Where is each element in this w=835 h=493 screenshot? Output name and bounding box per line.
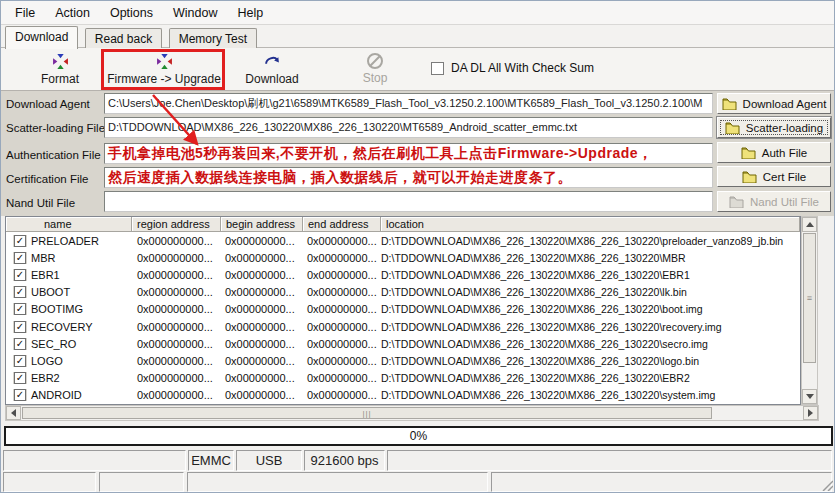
table-row[interactable]: EBR1 0x000000000... 0x00000000... 0x0000…: [6, 266, 800, 283]
tab-memory-test[interactable]: Memory Test: [169, 28, 257, 48]
file-fields-panel: Download Agent Scatter-loading File Auth…: [1, 91, 834, 216]
partition-name: RECOVERY: [31, 321, 93, 333]
download-label: Download: [245, 72, 298, 86]
row-checkbox[interactable]: [14, 252, 26, 264]
cert-file-browse-button[interactable]: Cert File: [717, 166, 831, 187]
region-address: 0x000000000...: [132, 252, 221, 264]
menu-window[interactable]: Window: [163, 3, 227, 23]
begin-address: 0x00000000...: [221, 372, 303, 384]
statusbar-cell: [187, 472, 488, 492]
file-location: D:\TDDOWNLOAD\MX86_226_130220\MX86_226_1…: [381, 389, 800, 401]
row-checkbox[interactable]: [14, 372, 26, 384]
flash-tool-window: File Action Options Window Help Download…: [0, 0, 835, 493]
end-address: 0x00000000...: [303, 252, 381, 264]
partition-name: MBR: [31, 252, 55, 264]
file-location: D:\TDDOWNLOAD\MX86_226_130220\MX86_226_1…: [381, 235, 800, 247]
menu-file[interactable]: File: [5, 3, 45, 23]
header-end-address[interactable]: end address: [303, 217, 381, 232]
download-agent-browse-button[interactable]: Download Agent: [717, 93, 831, 114]
row-checkbox[interactable]: [14, 321, 26, 333]
da-checksum-option: DA DL All With Check Sum: [431, 61, 594, 75]
annotation-text-line1: 手机拿掉电池5秒再装回来,不要开机，然后在刷机工具上点击Firmware->Up…: [108, 145, 653, 161]
status-cell-empty: [387, 450, 832, 471]
download-agent-label: Download Agent: [6, 98, 90, 110]
table-header: name region address begin address end ad…: [6, 217, 800, 232]
row-checkbox[interactable]: [14, 286, 26, 298]
scatter-loading-input[interactable]: D:\TDDOWNLOAD\MX86_226_130220\MX86_226_1…: [104, 117, 713, 138]
table-row[interactable]: PRELOADER 0x000000000... 0x00000000... 0…: [6, 232, 800, 249]
header-region-address[interactable]: region address: [132, 217, 221, 232]
begin-address: 0x00000000...: [221, 321, 303, 333]
authentication-input[interactable]: 手机拿掉电池5秒再装回来,不要开机，然后在刷机工具上点击Firmware->Up…: [104, 143, 713, 164]
folder-icon: [729, 196, 744, 208]
table-row[interactable]: MBR 0x000000000... 0x00000000... 0x00000…: [6, 249, 800, 266]
row-checkbox[interactable]: [14, 389, 26, 401]
scatter-loading-browse-button[interactable]: Scatter-loading: [717, 117, 831, 138]
row-checkbox[interactable]: [14, 303, 26, 315]
download-button[interactable]: Download: [229, 53, 315, 86]
partition-name: SEC_RO: [31, 338, 76, 350]
progress-bar: 0%: [4, 426, 833, 446]
scroll-left-button[interactable]: [6, 406, 21, 420]
file-location: D:\TDDOWNLOAD\MX86_226_130220\MX86_226_1…: [381, 338, 800, 350]
firmware-upgrade-button[interactable]: Firmware -> Upgrade: [104, 53, 224, 86]
menu-help[interactable]: Help: [227, 3, 273, 23]
horizontal-scroll-thumb[interactable]: [22, 407, 712, 419]
format-label: Format: [41, 72, 79, 86]
table-row[interactable]: LOGO 0x000000000... 0x00000000... 0x0000…: [6, 352, 800, 369]
status-baud-rate: 921600 bps: [304, 450, 385, 471]
header-name[interactable]: name: [6, 217, 132, 232]
partition-name: UBOOT: [31, 286, 70, 298]
header-begin-address[interactable]: begin address: [221, 217, 303, 232]
auth-file-browse-button[interactable]: Auth File: [717, 142, 831, 163]
folder-icon: [741, 147, 756, 159]
header-location[interactable]: location: [381, 217, 800, 232]
certification-label: Certification File: [6, 173, 88, 185]
status-storage-type: EMMC: [188, 450, 234, 471]
row-checkbox[interactable]: [14, 338, 26, 350]
menu-action[interactable]: Action: [45, 3, 100, 23]
table-row[interactable]: SEC_RO 0x000000000... 0x00000000... 0x00…: [6, 335, 800, 352]
resize-grip[interactable]: [820, 478, 833, 491]
tab-download[interactable]: Download: [5, 26, 78, 49]
begin-address: 0x00000000...: [221, 303, 303, 315]
table-row[interactable]: UBOOT 0x000000000... 0x00000000... 0x000…: [6, 284, 800, 301]
table-row[interactable]: EBR2 0x000000000... 0x00000000... 0x0000…: [6, 370, 800, 387]
scroll-down-button[interactable]: [802, 389, 817, 404]
nand-util-browse-button[interactable]: Nand Util File: [717, 191, 831, 212]
scroll-up-button[interactable]: [802, 217, 817, 232]
region-address: 0x000000000...: [132, 355, 221, 367]
format-button[interactable]: Format: [19, 53, 101, 86]
table-row[interactable]: BOOTIMG 0x000000000... 0x00000000... 0x0…: [6, 301, 800, 318]
row-checkbox[interactable]: [14, 235, 26, 247]
certification-input[interactable]: 然后速度插入数据线连接电脑，插入数据线后，就可以开始走进度条了。: [104, 167, 713, 188]
cert-file-browse-label: Cert File: [763, 171, 806, 183]
da-checksum-checkbox[interactable]: [431, 62, 444, 75]
region-address: 0x000000000...: [132, 338, 221, 350]
table-row[interactable]: ANDROID 0x000000000... 0x00000000... 0x0…: [6, 387, 800, 404]
stop-button[interactable]: Stop: [343, 53, 407, 85]
file-location: D:\TDDOWNLOAD\MX86_226_130220\MX86_226_1…: [381, 286, 800, 298]
auth-file-browse-label: Auth File: [762, 147, 807, 159]
file-location: D:\TDDOWNLOAD\MX86_226_130220\MX86_226_1…: [381, 252, 800, 264]
row-checkbox[interactable]: [14, 269, 26, 281]
table-vertical-scrollbar[interactable]: [801, 216, 818, 405]
download-agent-input[interactable]: C:\Users\Joe.Chen\Desktop\刷机\g21\6589\MT…: [104, 93, 713, 114]
partition-name: BOOTIMG: [31, 303, 83, 315]
table-row[interactable]: RECOVERY 0x000000000... 0x00000000... 0x…: [6, 318, 800, 335]
row-checkbox[interactable]: [14, 355, 26, 367]
arrow-up-icon: [806, 222, 814, 227]
scroll-right-button[interactable]: [803, 406, 818, 420]
file-location: D:\TDDOWNLOAD\MX86_226_130220\MX86_226_1…: [381, 372, 800, 384]
tab-read-back[interactable]: Read back: [85, 28, 162, 48]
end-address: 0x00000000...: [303, 303, 381, 315]
nand-util-input[interactable]: [104, 191, 713, 212]
statusbar-cell: [99, 472, 184, 492]
vertical-scroll-thumb[interactable]: [803, 233, 816, 363]
begin-address: 0x00000000...: [221, 355, 303, 367]
menu-options[interactable]: Options: [100, 3, 163, 23]
begin-address: 0x00000000...: [221, 338, 303, 350]
table-horizontal-scrollbar[interactable]: [5, 405, 819, 421]
partition-name: PRELOADER: [31, 235, 99, 247]
stop-label: Stop: [363, 71, 388, 85]
